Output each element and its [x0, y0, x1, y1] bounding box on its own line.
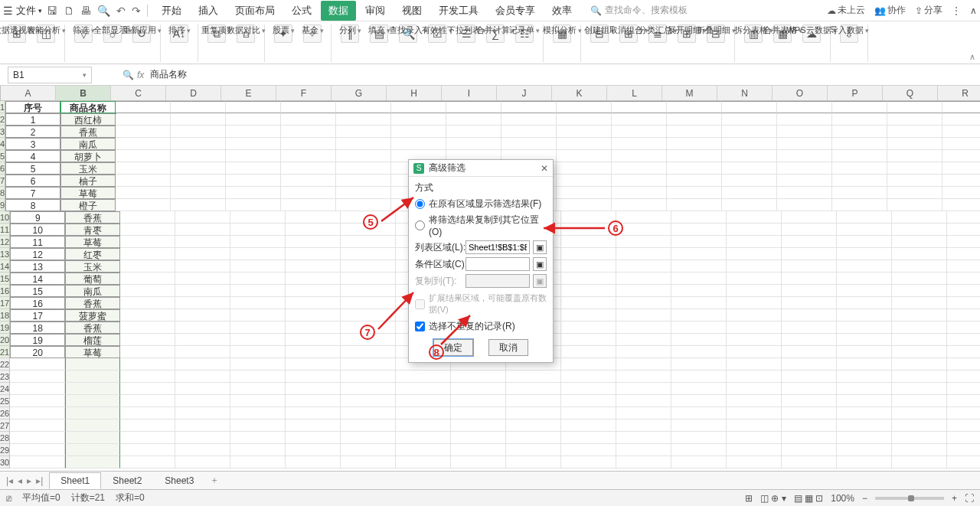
- cell-B28[interactable]: [65, 432, 120, 444]
- cell-J25[interactable]: [506, 395, 561, 407]
- cell-E22[interactable]: [230, 358, 286, 371]
- row-header[interactable]: 15: [0, 273, 10, 285]
- col-header-I[interactable]: I: [442, 86, 497, 100]
- cond-range-input[interactable]: [466, 257, 530, 271]
- cell-D17[interactable]: [175, 297, 230, 309]
- collab-button[interactable]: 👥 协作: [874, 4, 906, 17]
- cell-L23[interactable]: [616, 371, 671, 383]
- cell-P6[interactable]: [832, 162, 887, 175]
- cell-K20[interactable]: [561, 334, 616, 346]
- cell-R29[interactable]: [947, 444, 980, 456]
- row-header[interactable]: 12: [0, 236, 10, 248]
- cell-C29[interactable]: [120, 444, 175, 456]
- cell-R7[interactable]: [942, 175, 980, 187]
- zoom-value[interactable]: 100%: [831, 493, 854, 504]
- cell-E25[interactable]: [230, 395, 286, 407]
- cell-Q4[interactable]: [887, 138, 942, 150]
- cell-M16[interactable]: [671, 285, 727, 297]
- cell-C23[interactable]: [120, 371, 175, 383]
- tab-插入[interactable]: 插入: [191, 1, 226, 21]
- tab-nav-first[interactable]: |◂: [6, 475, 13, 486]
- ribbon-记录单[interactable]: ☷记录单: [512, 23, 537, 44]
- cell-D29[interactable]: [175, 444, 230, 456]
- cell-F7[interactable]: [281, 175, 336, 187]
- cell-K30[interactable]: [561, 456, 616, 468]
- cell-O11[interactable]: [782, 224, 837, 236]
- print-icon[interactable]: 🖶: [80, 5, 91, 17]
- tab-会员专享[interactable]: 会员专享: [488, 1, 543, 21]
- cell-A6[interactable]: 5: [5, 162, 60, 175]
- cell-Q23[interactable]: [892, 371, 947, 383]
- cell-M7[interactable]: [667, 175, 722, 187]
- cell-P27[interactable]: [837, 419, 892, 432]
- col-header-D[interactable]: D: [166, 86, 221, 100]
- cell-K10[interactable]: [561, 211, 616, 224]
- cell-E4[interactable]: [226, 138, 281, 150]
- cell-F29[interactable]: [286, 444, 341, 456]
- cell-C3[interactable]: [116, 126, 171, 138]
- cell-E23[interactable]: [230, 371, 286, 383]
- cell-D24[interactable]: [175, 383, 230, 395]
- cell-R28[interactable]: [947, 432, 980, 444]
- cell-D25[interactable]: [175, 395, 230, 407]
- cell-L9[interactable]: [612, 199, 667, 211]
- cell-E15[interactable]: [230, 273, 286, 285]
- cell-M15[interactable]: [671, 273, 727, 285]
- cell-L8[interactable]: [612, 187, 667, 199]
- cell-R24[interactable]: [947, 383, 980, 395]
- cell-E18[interactable]: [230, 309, 286, 322]
- cell-M12[interactable]: [671, 236, 727, 248]
- cell-F2[interactable]: [281, 113, 336, 126]
- cell-L15[interactable]: [616, 273, 671, 285]
- cell-Q6[interactable]: [887, 162, 942, 175]
- cell-A11[interactable]: 10: [10, 224, 65, 236]
- cell-E21[interactable]: [230, 346, 286, 358]
- cell-A13[interactable]: 12: [10, 248, 65, 260]
- cell-Q29[interactable]: [892, 444, 947, 456]
- cell-E11[interactable]: [230, 224, 286, 236]
- cell-R25[interactable]: [947, 395, 980, 407]
- cell-J26[interactable]: [506, 407, 561, 419]
- cell-Q2[interactable]: [887, 113, 942, 126]
- cell-Q14[interactable]: [892, 260, 947, 273]
- tab-数据[interactable]: 数据: [321, 1, 356, 21]
- cell-G5[interactable]: [336, 150, 391, 162]
- cell-P5[interactable]: [832, 150, 887, 162]
- unique-checkbox[interactable]: [415, 322, 425, 331]
- cell-F10[interactable]: [286, 211, 341, 224]
- sheet-tab-Sheet1[interactable]: Sheet1: [49, 472, 101, 489]
- cell-B9[interactable]: 橙子: [60, 199, 116, 211]
- cell-J23[interactable]: [506, 371, 561, 383]
- row-header[interactable]: 5: [0, 150, 5, 162]
- zoom-in-button[interactable]: +: [952, 493, 957, 504]
- cell-P1[interactable]: [832, 101, 887, 113]
- cell-G23[interactable]: [341, 371, 396, 383]
- cell-Q3[interactable]: [887, 126, 942, 138]
- cell-H29[interactable]: [396, 444, 451, 456]
- unique-checkbox-row[interactable]: 选择不重复的记录(R): [415, 320, 547, 333]
- cell-Q11[interactable]: [892, 224, 947, 236]
- cell-D13[interactable]: [175, 248, 230, 260]
- cell-O7[interactable]: [777, 175, 832, 187]
- col-header-K[interactable]: K: [552, 86, 607, 100]
- cell-M22[interactable]: [671, 358, 727, 371]
- cell-N3[interactable]: [722, 126, 777, 138]
- ribbon-基金[interactable]: ✧基金: [300, 23, 325, 44]
- col-header-J[interactable]: J: [497, 86, 552, 100]
- cell-F13[interactable]: [286, 248, 341, 260]
- cell-P22[interactable]: [837, 358, 892, 371]
- cell-C30[interactable]: [120, 456, 175, 468]
- cell-R21[interactable]: [947, 346, 980, 358]
- cell-F6[interactable]: [281, 162, 336, 175]
- cell-C16[interactable]: [120, 285, 175, 297]
- cell-B11[interactable]: 青枣: [65, 224, 120, 236]
- cell-D27[interactable]: [175, 419, 230, 432]
- row-header[interactable]: 6: [0, 162, 5, 175]
- cell-A19[interactable]: 18: [10, 322, 65, 334]
- row-header[interactable]: 13: [0, 248, 10, 260]
- cell-G30[interactable]: [341, 456, 396, 468]
- cell-O8[interactable]: [777, 187, 832, 199]
- cell-F14[interactable]: [286, 260, 341, 273]
- cell-Q12[interactable]: [892, 236, 947, 248]
- cell-D15[interactable]: [175, 273, 230, 285]
